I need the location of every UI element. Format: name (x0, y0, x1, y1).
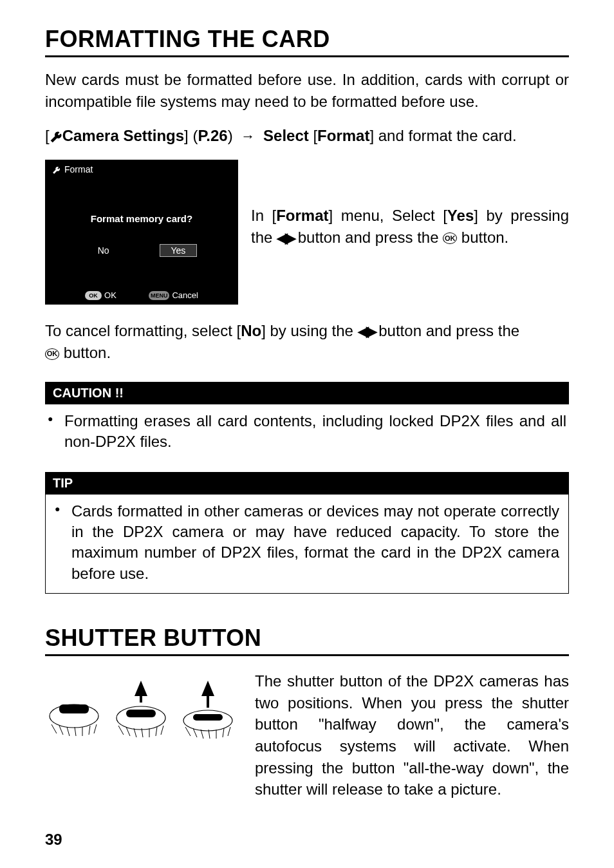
camera-settings-label: Camera Settings (62, 127, 184, 144)
menu-oval-icon: MENU (149, 291, 170, 300)
wrench-icon (52, 164, 60, 175)
t-yes: Yes (447, 207, 474, 224)
svg-line-26 (228, 727, 230, 736)
ok-circle-icon: OK (45, 348, 59, 360)
lcd-cancel-label: Cancel (172, 290, 198, 300)
svg-line-3 (59, 726, 63, 735)
ok-circle-icon: OK (443, 232, 457, 244)
svg-rect-1 (59, 704, 89, 713)
ok-oval-icon: OK (85, 291, 102, 300)
caution-list: Formatting erases all card contents, inc… (45, 404, 569, 455)
arrow-right-icon: → (241, 127, 255, 147)
left-right-icon: ◀▶ (358, 322, 375, 342)
t4: button and press the (293, 229, 443, 246)
page-ref: P.26 (198, 127, 227, 144)
svg-line-7 (89, 726, 90, 735)
svg-line-17 (161, 726, 163, 735)
svg-line-2 (51, 724, 57, 733)
shutter-illustration (45, 670, 246, 739)
shutter-body-text: The shutter button of the DP2X cameras h… (255, 670, 569, 800)
format-word: Format (317, 127, 369, 144)
lcd-title-text: Format (64, 164, 93, 175)
lcd-button-row: No Yes (46, 244, 237, 257)
tip-box: Cards formatted in other cameras or devi… (45, 495, 569, 594)
bracket-open-2: [ (309, 127, 317, 144)
t5: button. (457, 229, 508, 246)
svg-line-4 (67, 727, 70, 736)
intro-paragraph: New cards must be formatted before use. … (45, 69, 569, 112)
lcd-screenshot: Format Format memory card? No Yes OK OK … (45, 160, 238, 305)
lcd-yes-button[interactable]: Yes (160, 244, 198, 257)
lcd-ok-label: OK (104, 290, 116, 300)
lcd-footer: OK OK MENU Cancel (46, 290, 237, 300)
svg-line-20 (185, 727, 191, 736)
shutter-state-1 (50, 704, 98, 736)
tip-bar: TIP (45, 472, 569, 495)
tip-list: Cards formatted in other cameras or devi… (55, 501, 559, 585)
svg-line-5 (75, 727, 76, 736)
cancel-instruction: To cancel formatting, select [No] by usi… (45, 320, 569, 364)
page-number: 39 (45, 831, 62, 849)
c3: button and press the (375, 322, 520, 339)
side-instruction-text: In [Format] menu, Select [Yes] by pressi… (251, 160, 569, 249)
bracket-open: [ (45, 127, 50, 144)
shutter-state-2 (116, 681, 165, 737)
lcd-and-side-text-row: Format Format memory card? No Yes OK OK … (45, 160, 569, 305)
svg-line-11 (118, 726, 124, 735)
close-2: ] and format the card. (369, 127, 516, 144)
svg-line-8 (94, 724, 97, 733)
lcd-no-button[interactable]: No (86, 244, 121, 257)
caution-bar: CAUTION !! (45, 382, 569, 404)
svg-rect-19 (193, 714, 223, 721)
shutter-row: The shutter button of the DP2X cameras h… (45, 670, 569, 800)
left-right-icon: ◀▶ (277, 229, 293, 249)
t1: In [ (251, 207, 276, 224)
heading-shutter-button: SHUTTER BUTTON (45, 625, 569, 656)
lcd-prompt: Format memory card? (46, 213, 237, 224)
instruction-line: [Camera Settings] (P.26) → Select [Forma… (45, 125, 569, 147)
t2: ] menu, Select [ (329, 207, 447, 224)
select-word: Select (263, 127, 309, 144)
shutter-state-3 (183, 681, 232, 739)
sep: ) (228, 127, 237, 144)
c2: ] by using the (261, 322, 357, 339)
lcd-title-bar: Format (46, 160, 237, 178)
c1: To cancel formatting, select [ (45, 322, 241, 339)
lcd-ok-hint: OK OK (85, 290, 116, 300)
svg-rect-10 (126, 710, 156, 717)
svg-line-16 (156, 727, 157, 736)
wrench-icon (50, 127, 62, 144)
svg-line-25 (223, 728, 224, 737)
c4: button. (59, 344, 111, 361)
caution-bullet: Formatting erases all card contents, inc… (48, 411, 566, 453)
lcd-cancel-hint: MENU Cancel (149, 290, 198, 300)
c-no: No (241, 322, 261, 339)
t-format: Format (276, 207, 328, 224)
bracket-close-1: ] ( (184, 127, 198, 144)
heading-formatting-card: FORMATTING THE CARD (45, 26, 569, 57)
tip-bullet: Cards formatted in other cameras or devi… (55, 501, 559, 585)
